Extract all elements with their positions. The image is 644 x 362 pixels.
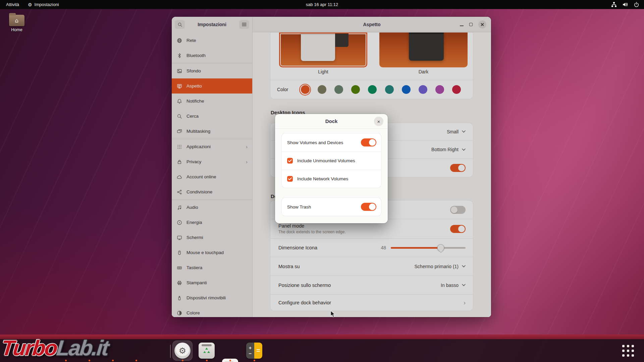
home-desktop-icon[interactable]: ⌂ Home	[7, 15, 26, 32]
show-apps-grid-icon[interactable]	[621, 343, 635, 358]
show-trash-row: Show Trash	[282, 198, 381, 216]
checkbox-checked[interactable]	[287, 158, 293, 164]
focused-app-menu[interactable]: ⚙ Impostazioni	[28, 2, 59, 7]
show-volumes-toggle[interactable]	[361, 138, 376, 146]
checkbox-checked[interactable]	[287, 176, 293, 182]
include-network-row[interactable]: Include Network Volumes	[282, 170, 381, 188]
dialog-close-button[interactable]: ×	[374, 117, 383, 126]
running-indicator	[229, 360, 231, 361]
recycle-icon	[203, 347, 211, 354]
activities-button[interactable]: Attività	[6, 2, 19, 7]
include-unmounted-row[interactable]: Include Unmounted Volumes	[282, 152, 381, 170]
turbolab-watermark: TurboLab.it	[0, 336, 109, 360]
volumes-card: Show Volumes and Devices Include Unmount…	[282, 133, 381, 188]
folder-icon: ⌂	[9, 15, 24, 26]
dialog-header: Dock ×	[275, 114, 388, 129]
running-indicator	[206, 360, 208, 361]
gear-icon: ⚙	[28, 2, 32, 7]
home-icon-label: Home	[7, 27, 26, 32]
show-trash-toggle[interactable]	[361, 203, 376, 211]
running-indicator	[182, 360, 183, 361]
check-icon	[288, 159, 292, 162]
show-volumes-row: Show Volumes and Devices	[282, 133, 381, 152]
top-bar: Attività ⚙ Impostazioni sab 16 apr 11:12	[0, 0, 644, 9]
house-icon: ⌂	[9, 15, 24, 26]
running-indicator	[254, 360, 255, 361]
settings-gear-icon[interactable]: ⚙	[174, 343, 191, 359]
dock-separator	[170, 345, 171, 358]
dialog-title: Dock	[325, 118, 338, 124]
network-icon[interactable]	[611, 2, 617, 7]
mouse-cursor	[330, 310, 337, 318]
calculator-icon[interactable]: +− =	[246, 343, 262, 359]
clock[interactable]: sab 16 apr 11:12	[0, 2, 644, 7]
trash-card: Show Trash	[282, 198, 381, 216]
close-icon: ×	[377, 119, 380, 124]
check-icon	[288, 177, 292, 180]
trash-icon[interactable]	[199, 343, 215, 359]
volume-icon[interactable]	[622, 2, 628, 7]
running-indicator	[136, 360, 137, 361]
running-indicator	[112, 360, 114, 361]
dock-dialog: Dock × Show Volumes and Devices Include …	[275, 114, 388, 223]
power-icon[interactable]	[634, 2, 639, 7]
